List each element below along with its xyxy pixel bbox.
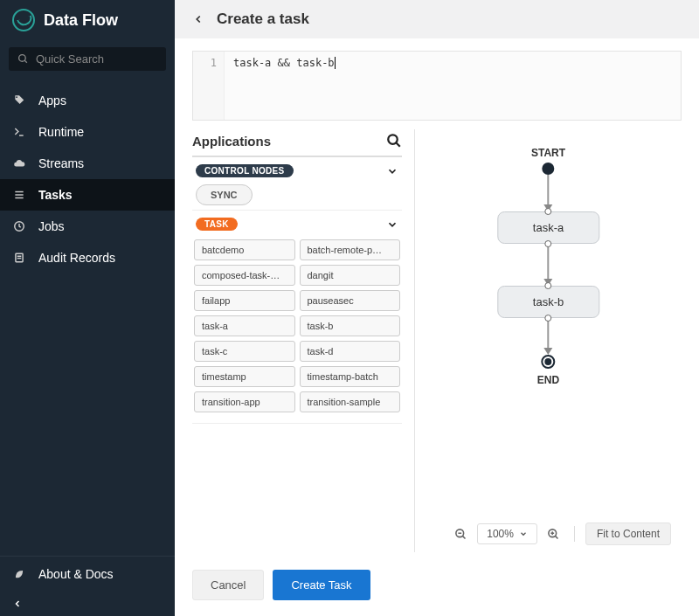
page-title: Create a task (217, 10, 309, 28)
editor-code[interactable]: task-a && task-b (225, 52, 343, 120)
nav-label: Tasks (38, 188, 73, 202)
flow-node-task-b[interactable]: task-b (497, 286, 599, 318)
list-icon (12, 189, 26, 201)
node-port[interactable] (545, 240, 552, 247)
nav-label: Runtime (38, 125, 84, 139)
search-icon (386, 133, 402, 149)
zoom-select[interactable]: 100% (477, 523, 537, 544)
task-tile[interactable]: failapp (194, 290, 295, 311)
task-tile[interactable]: task-b (300, 315, 401, 336)
collapse-sidebar-button[interactable] (0, 592, 175, 616)
task-tile[interactable]: composed-task-… (194, 265, 295, 286)
zoom-in-button[interactable] (544, 524, 564, 543)
palette-title: Applications (192, 134, 271, 149)
zoom-out-button[interactable] (451, 524, 470, 543)
fit-to-content-button[interactable]: Fit to Content (585, 523, 671, 545)
task-tile[interactable]: transition-sample (300, 391, 401, 412)
text-cursor (335, 57, 336, 69)
task-section-toggle[interactable]: TASK (192, 218, 402, 236)
svg-line-14 (462, 536, 465, 538)
start-label: START (531, 147, 565, 159)
chevron-down-icon (519, 529, 528, 538)
toolbar-divider (574, 526, 575, 542)
nav-label: About & Docs (38, 567, 114, 581)
tag-icon (12, 94, 26, 107)
back-button[interactable] (192, 13, 204, 25)
dsl-editor[interactable]: 1 task-a && task-b (192, 51, 682, 121)
svg-line-11 (396, 142, 400, 147)
brand-name: Data Flow (44, 11, 118, 30)
start-node[interactable] (543, 163, 555, 175)
node-port[interactable] (545, 208, 552, 215)
search-placeholder: Quick Search (36, 52, 104, 66)
task-tile[interactable]: task-d (300, 341, 401, 362)
task-tile[interactable]: batcdemo (194, 239, 295, 260)
task-chip: TASK (196, 218, 238, 231)
task-tile[interactable]: timestamp (194, 366, 295, 387)
nav-label: Audit Records (38, 251, 115, 265)
nav-label: Apps (38, 93, 66, 107)
editor-gutter: 1 (193, 52, 225, 120)
chevron-left-icon (12, 599, 23, 609)
task-tile[interactable]: dangit (300, 265, 401, 286)
task-tile[interactable]: batch-remote-p… (300, 239, 401, 260)
control-nodes-section-toggle[interactable]: CONTROL NODES (192, 164, 402, 183)
flow-edge (544, 175, 553, 211)
flow-edge (544, 318, 553, 355)
clock-icon (12, 220, 26, 232)
nav-audit-records[interactable]: Audit Records (0, 242, 175, 273)
nav-label: Jobs (38, 219, 65, 233)
palette-search-button[interactable] (386, 133, 402, 149)
node-port[interactable] (545, 282, 552, 289)
search-icon (17, 53, 29, 65)
task-tile[interactable]: timestamp-batch (300, 366, 401, 387)
brand-logo-icon (12, 9, 35, 31)
create-task-button[interactable]: Create Task (273, 570, 370, 600)
flow-canvas[interactable]: START task-a task-b END (415, 129, 682, 516)
zoom-out-icon (454, 528, 467, 541)
nav-apps[interactable]: Apps (0, 85, 175, 116)
nav-streams[interactable]: Streams (0, 148, 175, 179)
leaf-icon (12, 568, 26, 580)
zoom-in-icon (547, 528, 560, 541)
svg-point-10 (388, 135, 398, 144)
node-port[interactable] (545, 315, 552, 322)
task-tile[interactable]: pauseasec (300, 290, 401, 311)
nav-about-docs[interactable]: About & Docs (0, 557, 175, 592)
cloud-icon (12, 157, 26, 170)
chevron-left-icon (192, 13, 204, 25)
clipboard-icon (12, 252, 26, 264)
chevron-down-icon (386, 165, 398, 177)
sync-node-tile[interactable]: SYNC (196, 184, 253, 205)
nav-label: Streams (38, 156, 84, 170)
svg-line-18 (556, 536, 558, 538)
end-label: END (537, 374, 559, 386)
cancel-button[interactable]: Cancel (192, 570, 264, 600)
task-tile[interactable]: task-c (194, 341, 295, 362)
nav-tasks[interactable]: Tasks (0, 179, 175, 211)
svg-line-1 (24, 60, 27, 63)
quick-search[interactable]: Quick Search (9, 47, 166, 71)
nav-jobs[interactable]: Jobs (0, 211, 175, 242)
control-nodes-chip: CONTROL NODES (196, 164, 294, 177)
flow-node-task-a[interactable]: task-a (497, 211, 599, 244)
flow-edge (544, 244, 553, 286)
svg-point-0 (19, 55, 26, 62)
end-node[interactable] (542, 355, 556, 369)
nav-runtime[interactable]: Runtime (0, 116, 175, 148)
task-tile[interactable]: task-a (194, 315, 295, 336)
chevron-down-icon (386, 218, 398, 231)
terminal-icon (12, 126, 26, 138)
task-tile[interactable]: transition-app (194, 391, 295, 412)
